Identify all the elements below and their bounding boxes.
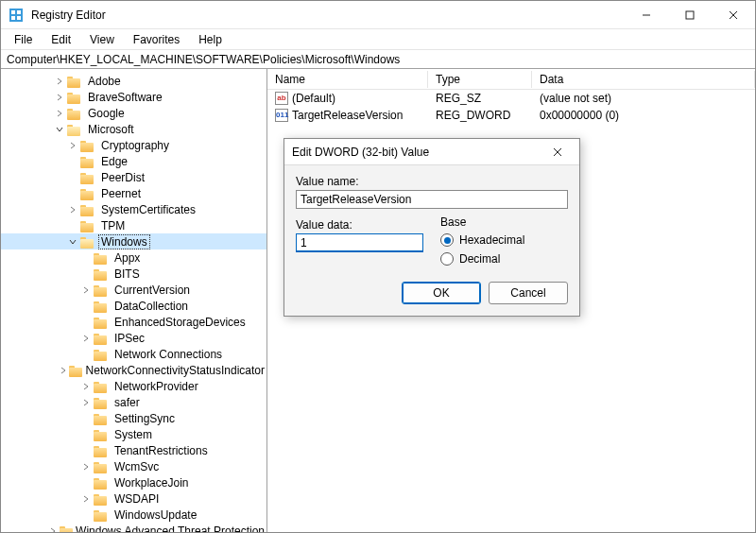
value-row[interactable]: 011TargetReleaseVersionREG_DWORD0x000000… — [267, 107, 755, 124]
tree-item[interactable]: Windows — [1, 233, 266, 249]
tree-item[interactable]: IPSec — [1, 330, 266, 346]
menu-view[interactable]: View — [82, 31, 122, 48]
tree-item[interactable]: PeerDist — [1, 169, 266, 185]
tree-item[interactable]: WcmSvc — [1, 458, 266, 474]
folder-icon — [94, 412, 109, 425]
dialog-titlebar: Edit DWORD (32-bit) Value — [284, 139, 579, 165]
tree-item[interactable]: Peernet — [1, 185, 266, 201]
value-data-input[interactable] — [296, 233, 423, 252]
tree-item[interactable]: TPM — [1, 217, 266, 233]
ok-button[interactable]: OK — [402, 282, 481, 304]
tree-item-label: BITS — [112, 267, 142, 281]
tree-item[interactable]: DataCollection — [1, 298, 266, 314]
chevron-right-icon[interactable] — [49, 525, 58, 534]
base-label: Base — [440, 215, 568, 229]
value-row[interactable]: ab(Default)REG_SZ(value not set) — [267, 90, 755, 107]
minimize-button[interactable] — [625, 1, 668, 29]
folder-icon — [94, 460, 109, 473]
value-name-input[interactable] — [296, 190, 568, 209]
folder-icon — [94, 508, 109, 522]
tree-item[interactable]: Appx — [1, 249, 266, 266]
expander-none — [80, 349, 92, 360]
radio-hexadecimal[interactable]: Hexadecimal — [440, 231, 568, 249]
tree-item[interactable]: Google — [1, 105, 266, 121]
tree-item[interactable]: SystemCertificates — [1, 201, 266, 217]
chevron-down-icon[interactable] — [54, 124, 65, 135]
chevron-right-icon[interactable] — [80, 493, 92, 505]
tree-item[interactable]: Edge — [1, 153, 266, 169]
tree-item[interactable]: BraveSoftware — [1, 89, 266, 105]
edit-dword-dialog: Edit DWORD (32-bit) Value Value name: Va… — [284, 138, 580, 317]
tree-item[interactable]: EnhancedStorageDevices — [1, 314, 266, 330]
tree-item[interactable]: CurrentVersion — [1, 282, 266, 298]
tree-item[interactable]: WorkplaceJoin — [1, 474, 266, 490]
menu-bar: File Edit View Favorites Help — [1, 29, 755, 50]
menu-file[interactable]: File — [7, 31, 40, 48]
tree-item-label: CurrentVersion — [112, 284, 192, 297]
folder-icon — [80, 187, 95, 200]
cancel-button[interactable]: Cancel — [489, 282, 568, 304]
col-type[interactable]: Type — [428, 71, 532, 88]
tree-item[interactable]: Adobe — [1, 73, 266, 89]
radio-decimal[interactable]: Decimal — [440, 249, 568, 268]
maximize-button[interactable] — [668, 1, 712, 29]
chevron-down-icon[interactable] — [67, 236, 78, 248]
tree-item[interactable]: Cryptography — [1, 137, 266, 153]
menu-favorites[interactable]: Favorites — [126, 31, 187, 48]
tree-item[interactable]: Network Connections — [1, 346, 266, 362]
chevron-right-icon[interactable] — [80, 284, 92, 296]
tree-item[interactable]: BITS — [1, 266, 266, 282]
tree-item[interactable]: NetworkProvider — [1, 378, 266, 394]
folder-icon — [94, 380, 109, 393]
tree-item-label: SettingSync — [112, 412, 177, 425]
menu-help[interactable]: Help — [191, 31, 230, 48]
folder-icon — [94, 348, 109, 361]
value-type: REG_DWORD — [428, 108, 532, 123]
tree-item[interactable]: safer — [1, 394, 266, 410]
tree-item[interactable]: Microsoft — [1, 121, 266, 137]
chevron-right-icon[interactable] — [54, 108, 65, 119]
expander-none — [67, 172, 78, 183]
chevron-right-icon[interactable] — [80, 461, 92, 473]
address-bar[interactable]: Computer\HKEY_LOCAL_MACHINE\SOFTWARE\Pol… — [1, 50, 755, 69]
tree-item[interactable]: NetworkConnectivityStatusIndicator — [1, 362, 266, 378]
svg-rect-6 — [686, 11, 694, 19]
chevron-right-icon[interactable] — [67, 204, 78, 215]
tree-item-label: Peernet — [99, 187, 143, 200]
tree-item-label: Appx — [112, 251, 142, 265]
tree-item-label: EnhancedStorageDevices — [112, 316, 248, 329]
chevron-right-icon[interactable] — [54, 76, 65, 87]
svg-rect-3 — [11, 16, 15, 20]
expander-none — [67, 156, 78, 167]
col-name[interactable]: Name — [267, 71, 428, 88]
chevron-right-icon[interactable] — [80, 397, 92, 408]
tree-item-label: WindowsUpdate — [112, 508, 198, 522]
folder-icon — [94, 332, 109, 345]
close-button[interactable] — [712, 1, 755, 29]
tree-item[interactable]: Windows Advanced Threat Protection — [1, 523, 266, 533]
chevron-right-icon[interactable] — [80, 333, 92, 344]
tree-item[interactable]: TenantRestrictions — [1, 442, 266, 458]
tree-item[interactable]: WindowsUpdate — [1, 507, 266, 523]
menu-edit[interactable]: Edit — [43, 31, 78, 48]
expander-none — [80, 477, 92, 489]
radio-dec-icon — [440, 252, 454, 266]
tree-item-label: NetworkConnectivityStatusIndicator — [84, 364, 266, 377]
dialog-close-button[interactable] — [543, 139, 572, 165]
col-data[interactable]: Data — [532, 71, 755, 88]
tree-item[interactable]: System — [1, 426, 266, 442]
tree-item-label: Microsoft — [86, 123, 136, 136]
tree-pane[interactable]: AdobeBraveSoftwareGoogleMicrosoftCryptog… — [1, 69, 267, 533]
tree-item-label: Windows — [99, 235, 149, 249]
tree-item[interactable]: WSDAPI — [1, 490, 266, 507]
tree-item[interactable]: SettingSync — [1, 410, 266, 426]
chevron-right-icon[interactable] — [67, 140, 78, 151]
value-name-label: Value name: — [296, 175, 568, 188]
chevron-right-icon[interactable] — [80, 381, 92, 392]
chevron-right-icon[interactable] — [54, 92, 65, 103]
title-bar: Registry Editor — [1, 1, 755, 29]
value-data-label: Value data: — [296, 218, 423, 232]
folder-icon — [80, 235, 95, 249]
chevron-right-icon[interactable] — [59, 365, 67, 376]
expander-none — [67, 220, 78, 232]
